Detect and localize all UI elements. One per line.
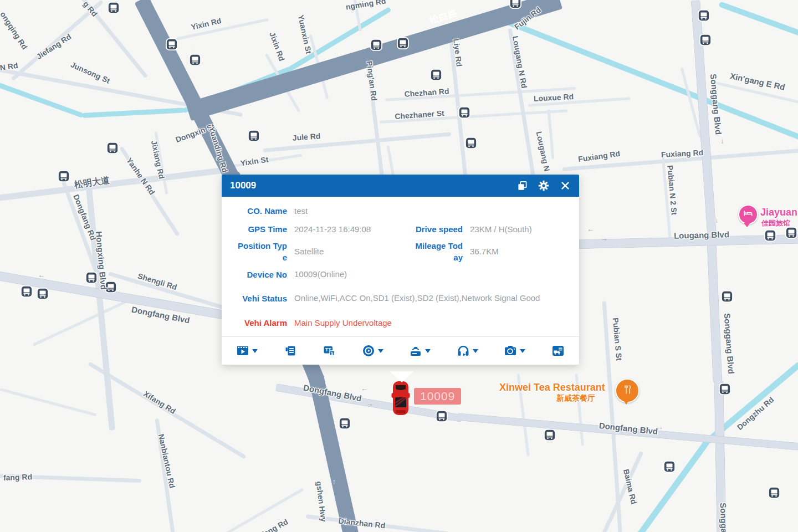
road-label: 松明大道	[74, 175, 110, 191]
copy-icon[interactable]	[516, 180, 528, 191]
map-canvas[interactable]: ongqing Rdg RdN RdJiefang RdJunsong StYi…	[0, 0, 798, 532]
restaurant-name-zh: 新威茶餐厅	[556, 393, 595, 403]
bus-stop-icon	[339, 417, 351, 429]
tts-broadcast-icon: TT S	[323, 344, 336, 357]
bus-stop-icon	[719, 383, 731, 395]
bus-stop-icon	[248, 130, 260, 142]
video-playback-button[interactable]	[236, 344, 258, 357]
direction-arrow: →	[366, 400, 374, 408]
road-segment	[0, 271, 230, 320]
road-label: Jiefang Rd	[35, 32, 73, 61]
road-label: fang Rd	[3, 472, 33, 482]
bus-stop-icon	[58, 170, 70, 182]
road-label: Songgang Blvd	[723, 313, 736, 375]
vehicle-marker[interactable]	[391, 381, 411, 416]
bus-stop-icon	[85, 272, 98, 284]
vehicle-info-popup: 10009	[222, 175, 579, 365]
river-segment	[82, 108, 185, 118]
video-playback-icon	[236, 344, 249, 357]
field-value-position-type: Satellite	[294, 245, 413, 258]
tts-broadcast-button[interactable]: TT S	[323, 344, 336, 357]
road-label: Ping'an Rd	[365, 60, 379, 101]
bus-stop-icon	[509, 0, 521, 9]
bus-stop-icon	[436, 410, 448, 422]
road-label: Jule Rd	[292, 131, 321, 142]
bus-stop-icon	[106, 142, 119, 154]
field-label-vehi-alarm: Vehi Alarm	[237, 317, 287, 329]
road-segment	[33, 297, 134, 346]
field-value-gps-time: 2024-11-23 16:49:08	[294, 223, 413, 236]
chevron-down-icon[interactable]	[252, 349, 258, 353]
vehicle-info-card-icon	[551, 344, 565, 357]
playback-disc-button[interactable]	[362, 344, 383, 357]
bus-stop-icon	[764, 229, 776, 242]
device-network-icon	[409, 344, 422, 357]
field-label-mileage-today: Mileage Today	[413, 240, 463, 263]
bus-stop-icon	[698, 9, 710, 22]
field-value-mileage-today: 36.7KM	[470, 245, 499, 258]
restaurant-name: Xinwei Tea Restaurant	[499, 382, 605, 393]
field-value-device-no: 10009(Online)	[294, 268, 347, 280]
task-list-icon	[284, 344, 297, 357]
road-label: Nanbiantou Rd	[157, 433, 177, 489]
road-label: Jixiang Rd	[150, 140, 166, 180]
bus-stop-icon	[785, 227, 797, 239]
listen-headset-icon	[457, 344, 470, 357]
bus-stop-icon	[37, 288, 49, 300]
popup-tail	[390, 371, 414, 382]
field-label-vehi-status: Vehi Status	[237, 293, 287, 304]
river-segment	[718, 1, 798, 38]
direction-arrow: →	[190, 44, 200, 54]
chevron-down-icon[interactable]	[425, 349, 431, 353]
direction-arrow: →	[719, 138, 728, 145]
snapshot-camera-button[interactable]	[504, 344, 525, 357]
road-label: Lougang Blvd	[674, 229, 729, 241]
direction-arrow: →	[714, 217, 722, 224]
field-value-vehi-status: Online,WiFi,ACC On,SD1 (Exist),SD2 (Exis…	[294, 292, 545, 304]
bus-stop-icon	[108, 2, 120, 14]
road-label: Junsong St	[69, 60, 111, 85]
device-network-button[interactable]	[409, 344, 431, 357]
field-label-position-type: Position Type	[237, 240, 287, 263]
road-label: Fuxiang Rd	[577, 149, 621, 163]
road-segment	[221, 488, 304, 532]
road-label: Xifang Rd	[142, 389, 177, 416]
fork-knife-icon	[622, 384, 633, 397]
bus-stop-icon	[370, 39, 382, 51]
gear-icon[interactable]	[538, 180, 549, 191]
bus-stop-icon	[544, 429, 556, 441]
direction-arrow: →	[38, 273, 45, 282]
bus-stop-icon	[663, 461, 676, 473]
road-segment	[176, 18, 268, 40]
popup-title: 10009	[230, 180, 506, 191]
chevron-down-icon[interactable]	[378, 349, 383, 353]
field-label-gps-time: GPS Time	[237, 223, 287, 235]
bus-stop-icon	[21, 285, 33, 298]
field-value-drive-speed: 23KM / H(South)	[470, 223, 532, 236]
chevron-down-icon[interactable]	[520, 349, 525, 353]
road-segment	[0, 166, 234, 201]
field-value-co-name: test	[294, 205, 308, 217]
direction-arrow: →	[587, 227, 595, 236]
hotel-name: Jiayuan	[760, 207, 797, 218]
close-icon[interactable]	[560, 180, 571, 191]
playback-disc-icon	[362, 344, 375, 357]
field-value-vehi-alarm: Main Supply Undervoltage	[294, 317, 392, 329]
road-label: Songgang Blvd	[719, 503, 730, 532]
hotel-pin	[738, 204, 758, 224]
task-list-button[interactable]	[284, 344, 297, 357]
chevron-down-icon[interactable]	[473, 349, 478, 353]
snapshot-camera-icon	[504, 344, 517, 357]
vehicle-info-card-button[interactable]	[551, 344, 565, 357]
field-label-co-name: CO. Name	[237, 205, 287, 217]
road-segment	[0, 388, 97, 416]
bus-stop-icon	[189, 54, 201, 66]
vehicle-marker-label[interactable]: 10009	[414, 388, 461, 405]
road-label: Xifang Rd	[254, 517, 290, 532]
bed-icon	[743, 208, 753, 221]
road-label: Pubian S St	[611, 318, 624, 361]
restaurant-pin-tip	[623, 400, 630, 405]
direction-arrow: →	[601, 234, 608, 243]
listen-headset-button[interactable]	[457, 344, 478, 357]
popup-toolbar: TT S	[222, 336, 579, 365]
